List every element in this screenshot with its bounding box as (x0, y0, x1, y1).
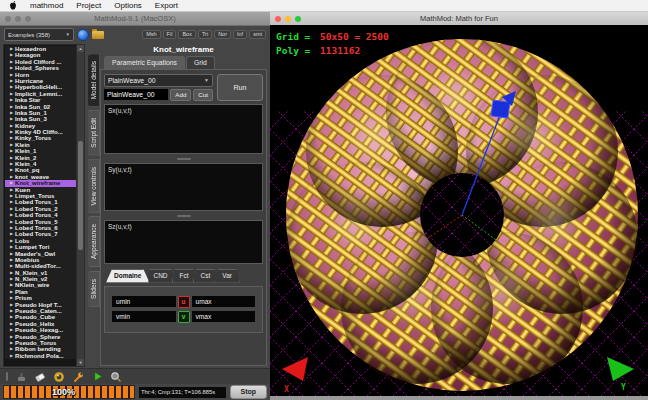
cut-button[interactable]: Cut (193, 89, 213, 101)
vmin-field[interactable]: vmin (112, 311, 176, 322)
domain-tab[interactable]: Cst (193, 269, 219, 283)
panel-title: Knot_wireframe (100, 43, 267, 56)
examples-scrollbar[interactable]: ▲ ▼ (76, 45, 84, 366)
sz-equation-editor[interactable]: Sz(u,v,t) (104, 220, 263, 264)
render-mode-button[interactable]: Msh (142, 30, 160, 40)
window-bottom-edge (270, 396, 648, 400)
macos-menu-bar: mathmod Project Options Export (0, 0, 648, 12)
status-info: Thr:4; Cmp:131; T=106.885s (139, 387, 226, 398)
umin-field[interactable]: umin (112, 296, 176, 307)
vmax-field[interactable]: vmax (192, 311, 256, 322)
open-file-icon[interactable] (92, 31, 104, 39)
reload-icon[interactable] (77, 29, 89, 41)
side-tab[interactable]: Appearance (88, 216, 100, 267)
side-tab[interactable]: Script Edit (88, 110, 100, 156)
examples-dropdown[interactable]: Examples (358) ▼ (4, 28, 74, 41)
toolbar-drag-handle[interactable] (6, 372, 8, 381)
equation-tab[interactable]: Parametric Equations (104, 56, 185, 69)
grid-info-text: Grid = 50x50 = 2500 (276, 31, 389, 42)
render-mode-button[interactable]: Tri (198, 30, 212, 40)
equation-tab-bar: Parametric EquationsGrid (100, 56, 267, 69)
menu-item-options[interactable]: Options (114, 1, 142, 10)
opengl-viewport[interactable]: X Y Grid = 50x50 = 2500 Poly = 1131162 (270, 25, 648, 396)
x-axis-label: X (284, 385, 289, 394)
screenshot-root: { "menu_bar": {"items": ["mathmod", "Pro… (0, 0, 648, 400)
mathmod-3d-window: MathMod: Math for Fun (270, 12, 648, 400)
left-window-title: MathMod-9.1 (MacOSX) (0, 14, 270, 23)
domain-tab[interactable]: Domaine (106, 269, 149, 283)
scrollbar-thumb[interactable] (78, 141, 83, 250)
torus-3d-render[interactable]: X Y Grid = 50x50 = 2500 Poly = 1131162 (270, 25, 648, 396)
render-mode-button[interactable]: Nor (214, 30, 231, 40)
scroll-down-icon[interactable]: ▼ (77, 359, 84, 366)
render-mode-button[interactable]: smt (249, 30, 266, 40)
right-window-title: MathMod: Math for Fun (270, 14, 648, 23)
umax-field[interactable]: umax (192, 296, 256, 307)
menu-item-project[interactable]: Project (76, 1, 101, 10)
chevron-down-icon: ▼ (66, 32, 70, 37)
mathmod-control-window: MathMod-9.1 (MacOSX) Examples (358) ▼ Ms… (0, 12, 270, 400)
chevron-down-icon: ▼ (204, 77, 209, 83)
disclosure-icon: ▶ (10, 353, 13, 359)
torus-model-icon[interactable] (53, 371, 65, 383)
side-tab[interactable]: View controls (88, 159, 100, 214)
render-mode-button[interactable]: Inf (233, 30, 247, 40)
play-icon[interactable] (91, 371, 103, 383)
model-name-input[interactable]: PlainWeave_00 (104, 89, 168, 100)
menu-item-export[interactable]: Export (155, 1, 178, 10)
render-mode-button[interactable]: Box (178, 30, 195, 40)
sy-equation-editor[interactable]: Sy(u,v,t) (104, 163, 263, 211)
left-window-titlebar[interactable]: MathMod-9.1 (MacOSX) (0, 12, 270, 26)
v-parameter-badge[interactable]: v (178, 311, 190, 323)
examples-list: ▶Hexaedron▶Hexagon▶Holed Clifford ...▶Ho… (3, 44, 85, 367)
equation-tab[interactable]: Grid (186, 56, 215, 69)
z-axis-handle-cube[interactable] (491, 100, 510, 118)
wrench-icon[interactable] (72, 371, 84, 383)
render-mode-button[interactable]: Fil (163, 30, 177, 40)
splitter-handle[interactable] (104, 214, 263, 217)
domain-tab-bar: DomaineCNDFctCstVar (104, 269, 263, 283)
right-window-titlebar[interactable]: MathMod: Math for Fun (270, 12, 648, 26)
eraser-icon[interactable] (34, 371, 46, 383)
domain-tab[interactable]: Fct (172, 269, 197, 283)
status-bar: 100% Thr:4; Cmp:131; T=106.885s Stop (0, 384, 270, 400)
stop-button[interactable]: Stop (230, 385, 267, 399)
stamp-tool-icon[interactable] (15, 371, 27, 383)
domain-tab[interactable]: CND (145, 269, 175, 283)
model-details-panel: Knot_wireframe Parametric EquationsGrid … (100, 43, 270, 368)
progress-percent: 100% (52, 386, 75, 398)
side-tab[interactable]: Model details (88, 53, 100, 107)
domain-frame: umin u umax vmin v vmax (104, 286, 263, 333)
examples-rows: ▶Hexaedron▶Hexagon▶Holed Clifford ...▶Ho… (5, 46, 76, 365)
apple-logo-icon[interactable] (9, 1, 17, 10)
left-toolbar: Examples (358) ▼ MshFilBoxTriNorInfsmt (0, 26, 270, 43)
sx-equation-editor[interactable]: Sx(u,v,t) (104, 104, 263, 154)
domain-tab[interactable]: Var (214, 269, 240, 283)
side-tab-bar: Model detailsScript EditView controlsApp… (85, 43, 100, 368)
left-main-area: ▶Hexaedron▶Hexagon▶Holed Clifford ...▶Ho… (0, 43, 270, 368)
render-mode-buttons: MshFilBoxTriNorInfsmt (142, 30, 266, 40)
side-tab[interactable]: Sliders (88, 271, 100, 307)
render-progress-bar: 100% (3, 385, 135, 399)
parametric-equations-frame: PlainWeave_00 ▼ PlainWeave_00 Add Cut Ru… (100, 69, 267, 366)
model-select-dropdown[interactable]: PlainWeave_00 ▼ (104, 74, 213, 87)
y-axis-label: Y (621, 383, 626, 392)
u-parameter-badge[interactable]: u (178, 296, 190, 308)
add-button[interactable]: Add (170, 89, 191, 101)
scroll-up-icon[interactable]: ▲ (77, 45, 84, 52)
example-list-item[interactable]: ▶Richmond Pola... (5, 353, 76, 359)
magnifier-icon[interactable] (110, 371, 122, 383)
run-button[interactable]: Run (217, 74, 263, 101)
splitter-handle[interactable] (104, 157, 263, 160)
menu-item-app[interactable]: mathmod (30, 1, 63, 10)
bottom-icon-toolbar (0, 368, 270, 384)
